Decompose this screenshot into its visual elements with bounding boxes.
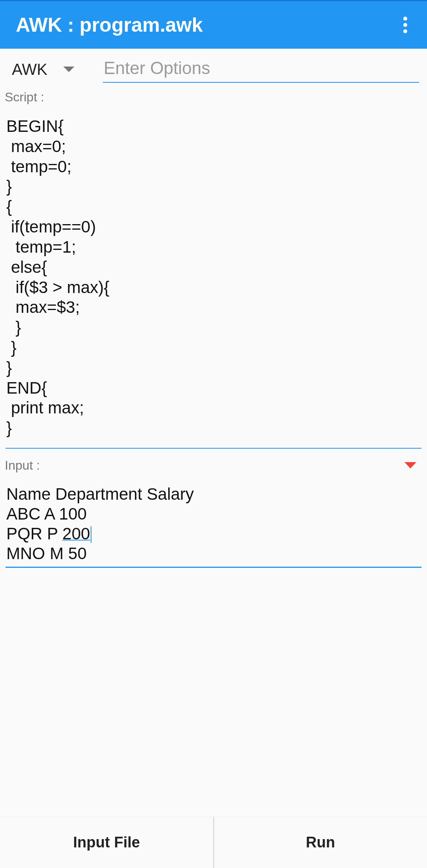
script-label: Script : bbox=[0, 83, 427, 105]
bottom-bar: Input File Run bbox=[0, 817, 427, 868]
input-line-highlight: 200 bbox=[63, 524, 90, 543]
input-line-prefix: PQR P bbox=[6, 524, 63, 543]
svg-marker-3 bbox=[63, 67, 74, 72]
input-line: ABC A 100 bbox=[6, 504, 87, 523]
run-button[interactable]: Run bbox=[214, 817, 427, 868]
svg-marker-4 bbox=[404, 462, 416, 468]
input-editor[interactable]: Name Department Salary ABC A 100 PQR P 2… bbox=[0, 473, 427, 567]
svg-point-2 bbox=[403, 29, 407, 33]
language-dropdown-label: AWK bbox=[12, 61, 47, 78]
input-header: Input : bbox=[0, 449, 427, 473]
controls-row: AWK bbox=[0, 49, 427, 83]
input-file-button[interactable]: Input File bbox=[0, 817, 213, 868]
input-underline bbox=[6, 567, 421, 568]
more-vert-icon bbox=[403, 17, 407, 33]
input-line: MNO M 50 bbox=[6, 544, 87, 563]
svg-point-1 bbox=[403, 23, 407, 27]
overflow-menu-button[interactable] bbox=[393, 13, 417, 37]
chevron-down-icon bbox=[63, 67, 74, 72]
app-bar: AWK : program.awk bbox=[0, 0, 427, 49]
input-label: Input : bbox=[5, 458, 402, 473]
chevron-down-icon bbox=[404, 462, 416, 468]
input-line: Name Department Salary bbox=[6, 485, 194, 503]
language-dropdown[interactable]: AWK bbox=[12, 57, 87, 82]
script-editor[interactable]: BEGIN{ max=0; temp=0; } { if(temp==0) te… bbox=[0, 105, 427, 442]
options-input[interactable] bbox=[103, 56, 419, 83]
app-title: AWK : program.awk bbox=[16, 13, 393, 36]
text-cursor bbox=[91, 526, 91, 543]
svg-point-0 bbox=[403, 17, 407, 21]
input-dropdown-button[interactable] bbox=[402, 457, 418, 473]
